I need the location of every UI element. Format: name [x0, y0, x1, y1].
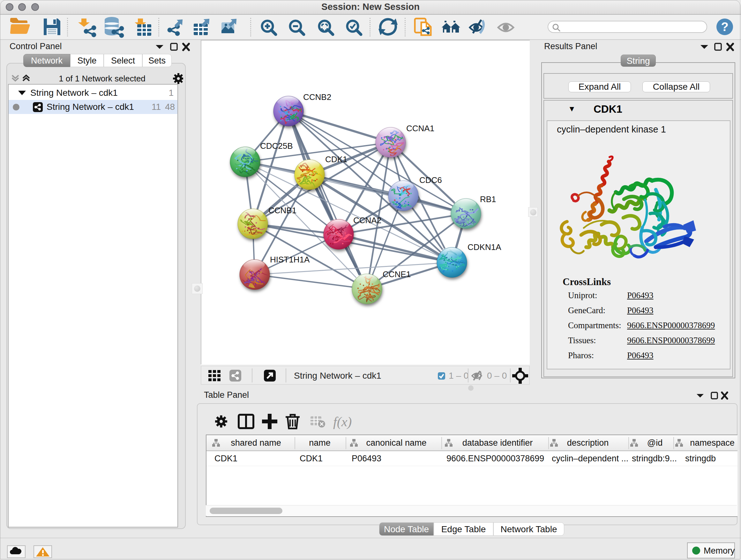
svg-text:CCNB2: CCNB2 — [303, 92, 331, 102]
svg-text:f(x): f(x) — [333, 415, 352, 429]
svg-text:CCNE1: CCNE1 — [383, 269, 411, 279]
svg-text:CDC25B: CDC25B — [260, 141, 293, 151]
svg-text:CDK1: CDK1 — [325, 154, 347, 164]
svg-text:CDC6: CDC6 — [419, 175, 442, 185]
svg-text:CDKN1A: CDKN1A — [468, 242, 501, 252]
svg-text:RB1: RB1 — [480, 194, 496, 204]
svg-text:CCNA1: CCNA1 — [406, 124, 434, 133]
svg-text:0 – 0: 0 – 0 — [487, 371, 507, 381]
svg-text:String Network – cdk1: String Network – cdk1 — [294, 371, 381, 381]
svg-text:CCNB1: CCNB1 — [268, 206, 296, 215]
svg-text:HIST1H1A: HIST1H1A — [270, 255, 310, 264]
svg-text:CCNA2: CCNA2 — [353, 215, 381, 225]
svg-text:1 – 0: 1 – 0 — [449, 371, 468, 381]
svg-text:?: ? — [721, 20, 728, 34]
svg-text:1 of 1 Network selected: 1 of 1 Network selected — [59, 74, 145, 83]
